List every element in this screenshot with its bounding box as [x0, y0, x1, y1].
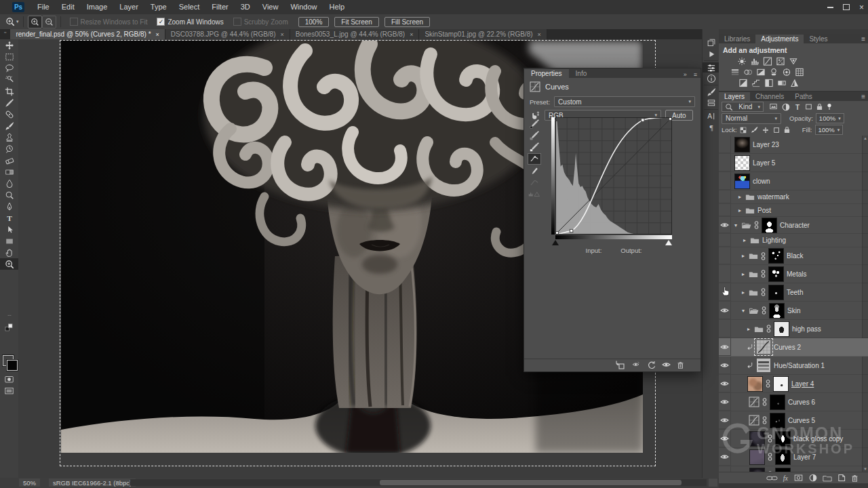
quick-mask-icon[interactable] — [0, 374, 18, 386]
adjustment-channelmixer-icon[interactable] — [781, 67, 791, 77]
tool-pen[interactable] — [0, 201, 18, 212]
tab-styles[interactable]: Styles — [804, 35, 833, 43]
lock-transparency-icon[interactable] — [740, 126, 747, 134]
layer-name[interactable]: Black — [787, 252, 803, 260]
layer-row-body[interactable]: Hue/Saturation 1 — [731, 357, 868, 374]
layer-mask-thumbnail[interactable] — [769, 303, 785, 319]
dock-properties-icon[interactable] — [703, 62, 719, 73]
tool-marquee[interactable] — [0, 51, 18, 62]
layer-row-body[interactable]: ▾Character — [731, 217, 868, 233]
layer-visibility-toggle[interactable] — [719, 217, 731, 233]
layer-style-icon[interactable]: fx — [783, 474, 788, 482]
close-tab-icon[interactable]: × — [410, 31, 413, 38]
layer-mask-thumbnail[interactable] — [762, 218, 777, 233]
menu-filter[interactable]: Filter — [205, 0, 234, 14]
layer-name[interactable]: Layer 4 — [791, 380, 814, 388]
dock-info-icon[interactable] — [703, 73, 719, 83]
layer-mask-thumbnail[interactable] — [773, 376, 789, 392]
reset-icon[interactable] — [647, 361, 656, 369]
expand-group-icon[interactable]: ▸ — [741, 253, 746, 259]
layer-visibility-toggle[interactable] — [719, 154, 731, 171]
layer-visibility-toggle[interactable] — [719, 302, 731, 319]
menu-layer[interactable]: Layer — [113, 0, 144, 14]
layer-row[interactable]: Layer 7 — [719, 448, 868, 466]
layer-thumbnail[interactable] — [747, 376, 763, 392]
status-flyout-icon[interactable]: › — [117, 479, 119, 486]
adjustment-threshold-icon[interactable] — [764, 78, 774, 87]
white-point-sampler-icon[interactable] — [528, 142, 540, 152]
menu-select[interactable]: Select — [173, 0, 206, 14]
adjustment-brightness-icon[interactable] — [736, 56, 747, 66]
tab-info[interactable]: Info — [569, 69, 594, 78]
layer-name[interactable]: black satin copy — [793, 472, 842, 472]
histogram-refresh-icon[interactable] — [528, 189, 540, 199]
tool-quick-select[interactable] — [0, 74, 18, 85]
draw-curve-icon[interactable] — [528, 166, 540, 176]
expand-group-icon[interactable]: ▸ — [746, 326, 751, 332]
blend-mode-select[interactable]: Normal ▾ — [722, 113, 781, 124]
layer-name[interactable]: Metals — [787, 270, 806, 278]
tool-history-brush[interactable] — [0, 143, 18, 155]
zoom-in-button[interactable] — [28, 16, 42, 28]
scroll-left-icon[interactable]: ‹ — [124, 479, 126, 486]
layer-name[interactable]: Curves 6 — [788, 399, 815, 406]
layer-row[interactable]: ▸Black — [719, 247, 868, 265]
layer-row[interactable]: ▸watermark — [719, 190, 868, 204]
option-button-100[interactable]: 100% — [298, 17, 330, 27]
layer-row[interactable]: ▸Post — [719, 204, 868, 217]
panel-menu-icon[interactable]: ≡ — [690, 71, 701, 78]
edit-points-icon[interactable] — [528, 153, 541, 165]
layer-thumbnail[interactable] — [734, 155, 750, 171]
filter-shape-layers-icon[interactable] — [805, 103, 812, 111]
expand-group-icon[interactable]: ▸ — [741, 289, 746, 296]
lock-all-icon[interactable] — [784, 126, 790, 134]
kind-filter-select[interactable]: Kind ▾ — [722, 102, 764, 112]
document-tab[interactable]: DSC03788.JPG @ 44.4% (RGB/8)× — [165, 29, 290, 39]
menu-help[interactable]: Help — [323, 0, 351, 14]
curves-graph[interactable] — [555, 117, 672, 235]
tool-move[interactable] — [0, 39, 18, 51]
layer-row-body[interactable]: ▸watermark — [731, 190, 868, 203]
curves-adjustment-icon[interactable] — [749, 396, 760, 407]
edit-toolbar-icon[interactable] — [0, 310, 18, 322]
panel-menu-icon[interactable]: ≡ — [861, 35, 865, 43]
layer-mask-thumbnail[interactable] — [774, 321, 789, 337]
curves-adjustment-icon[interactable] — [749, 415, 760, 426]
tool-rectangle[interactable] — [0, 235, 18, 247]
layer-row-body[interactable]: ▾Skin — [731, 302, 868, 319]
tool-type[interactable]: T — [0, 212, 18, 224]
menu-window[interactable]: Window — [284, 0, 323, 14]
adjustment-exposure-icon[interactable] — [775, 56, 785, 66]
layer-name[interactable]: watermark — [757, 193, 789, 201]
layer-visibility-toggle[interactable] — [719, 190, 731, 203]
layer-row-body[interactable]: ▸Lighting — [731, 234, 868, 247]
filter-type-layers-icon[interactable]: T — [794, 103, 801, 111]
adjustment-posterize-icon[interactable] — [751, 78, 761, 87]
adjustment-levels-icon[interactable] — [749, 56, 760, 66]
close-tab-icon[interactable]: × — [538, 31, 541, 38]
opacity-field[interactable]: 100% ▾ — [816, 113, 844, 123]
tool-zoom[interactable] — [0, 258, 18, 270]
layer-thumbnail[interactable] — [734, 174, 750, 189]
adjustment-layer-icon[interactable] — [809, 474, 817, 482]
layer-name[interactable]: Character — [780, 222, 810, 229]
black-point-slider[interactable] — [552, 240, 559, 245]
tool-hand[interactable] — [0, 247, 18, 258]
layer-row[interactable]: black satin copy — [719, 466, 868, 472]
lock-artboard-icon[interactable] — [773, 126, 780, 134]
layer-row[interactable]: ▸Lighting — [719, 234, 868, 247]
layer-row[interactable]: clown — [719, 172, 868, 190]
tab-paths[interactable]: Paths — [789, 92, 818, 101]
tab-channels[interactable]: Channels — [750, 92, 789, 101]
layer-row[interactable]: ▸high pass — [719, 320, 868, 338]
layer-row-body[interactable]: Layer 7 — [731, 448, 868, 466]
layer-thumbnail[interactable] — [749, 468, 765, 472]
layer-visibility-toggle[interactable] — [719, 357, 731, 374]
gray-point-sampler-icon[interactable] — [528, 130, 540, 140]
filter-pixel-layers-icon[interactable] — [769, 103, 778, 111]
adjustment-selectivecolor-icon[interactable] — [789, 78, 800, 87]
adjustment-colorlookup-icon[interactable] — [794, 67, 804, 77]
layer-row-body[interactable]: clown — [731, 172, 868, 190]
lock-position-icon[interactable] — [762, 126, 769, 134]
panel-menu-icon[interactable]: ≡ — [861, 93, 865, 100]
